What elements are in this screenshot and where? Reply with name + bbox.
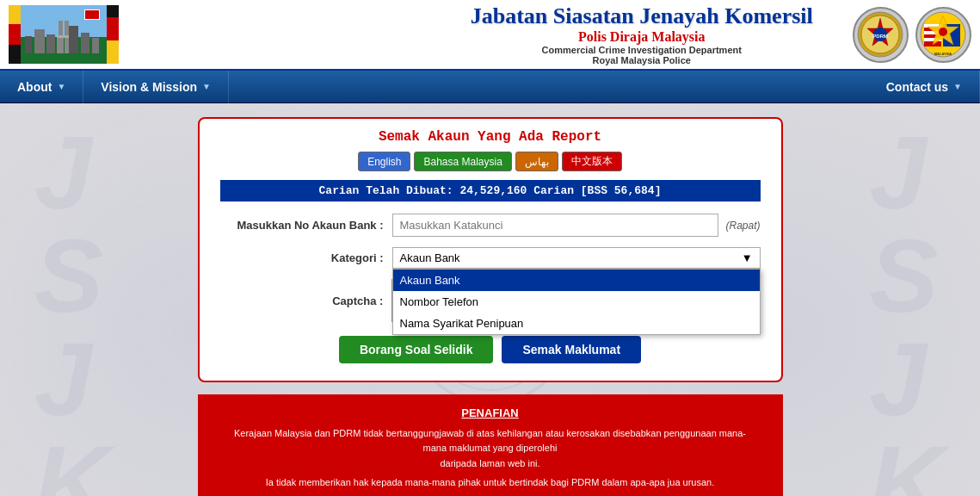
lang-buttons: English Bahasa Malaysia بهاس 中文版本 (220, 152, 761, 171)
header-title-sub: Polis Diraja Malaysia (431, 29, 854, 45)
bank-account-input[interactable] (392, 214, 719, 237)
police-badge-logo: PDRM (853, 7, 909, 63)
nav-item-contact[interactable]: Contact us ▼ (869, 71, 980, 103)
main-content: JSJK JSJK Semak Akaun Yang Ada Report En… (0, 103, 980, 496)
borang-button[interactable]: Borang Soal Selidik (339, 336, 493, 363)
watermark: JSJK (34, 121, 111, 496)
lang-btn-arabic[interactable]: بهاس (515, 152, 558, 171)
about-dropdown-arrow: ▼ (57, 82, 65, 91)
bank-account-hint: (Rapat) (725, 220, 760, 232)
contact-dropdown-arrow: ▼ (953, 82, 962, 91)
header-logos: PDRM MALAYSIA (853, 7, 971, 63)
buttons-row: Borang Soal Selidik Semak Maklumat (220, 336, 761, 363)
disclaimer-title: PENAFIAN (224, 405, 757, 423)
bank-account-row: Masukkan No Akaun Bank : (Rapat) (220, 214, 761, 237)
vision-dropdown-arrow: ▼ (202, 82, 211, 91)
form-container: Semak Akaun Yang Ada Report English Baha… (198, 117, 783, 382)
navbar: About ▼ Vision & Mission ▼ Contact us ▼ (0, 71, 980, 103)
header-title-area: Jabatan Siasatan Jenayah Komersil Polis … (431, 3, 854, 65)
dropdown-arrow-icon: ▼ (742, 251, 753, 264)
disclaimer-box: PENAFIAN Kerajaan Malaysia dan PDRM tida… (198, 394, 783, 496)
svg-point-12 (939, 28, 947, 36)
disclaimer-line2: daripada laman web ini. (224, 456, 757, 472)
dropdown-item-phone[interactable]: Nombor Telefon (393, 291, 760, 313)
svg-text:PDRM: PDRM (872, 34, 888, 39)
category-selected[interactable]: Akaun Bank ▼ (392, 247, 761, 269)
watermark-right: JSJK (869, 121, 946, 496)
header-title-eng: Commercial Crime Investigation Departmen… (431, 45, 854, 65)
header-title-main: Jabatan Siasatan Jenayah Komersil (431, 3, 854, 29)
dropdown-item-bank[interactable]: Akaun Bank (393, 270, 760, 291)
bank-account-label: Masukkan No Akaun Bank : (220, 219, 392, 232)
semak-button[interactable]: Semak Maklumat (502, 336, 641, 363)
nav-item-about[interactable]: About ▼ (0, 71, 83, 103)
form-title: Semak Akaun Yang Ada Report (220, 129, 761, 145)
malaysia-crest-icon: MALAYSIA (920, 11, 967, 59)
category-dropdown-list: Akaun Bank Nombor Telefon Nama Syarikat … (392, 269, 761, 335)
lang-btn-english[interactable]: English (358, 152, 410, 171)
category-dropdown[interactable]: Akaun Bank ▼ Akaun Bank Nombor Telefon N… (392, 247, 761, 269)
dropdown-item-company[interactable]: Nama Syarikat Penipuan (393, 313, 760, 334)
category-label: Kategori : (220, 251, 392, 264)
lang-btn-chinese[interactable]: 中文版本 (562, 152, 622, 171)
malaysia-crest-logo: MALAYSIA (915, 7, 971, 63)
header-left (9, 5, 431, 64)
disclaimer-line1: Kerajaan Malaysia dan PDRM tidak bertang… (224, 426, 757, 456)
category-row: Kategori : Akaun Bank ▼ Akaun Bank Nombo… (220, 247, 761, 269)
search-count-bar: Carian Telah Dibuat: 24,529,160 Carian [… (220, 180, 761, 202)
page-header: Jabatan Siasatan Jenayah Komersil Polis … (0, 0, 980, 71)
nav-item-vision[interactable]: Vision & Mission ▼ (83, 71, 229, 103)
lang-btn-bm[interactable]: Bahasa Malaysia (414, 152, 511, 171)
disclaimer-line3: Ia tidak memberikan hak kepada mana-mana… (224, 475, 757, 491)
police-badge-icon: PDRM (857, 11, 904, 59)
captcha-label: Captcha : (220, 294, 392, 307)
svg-text:MALAYSIA: MALAYSIA (934, 52, 952, 56)
